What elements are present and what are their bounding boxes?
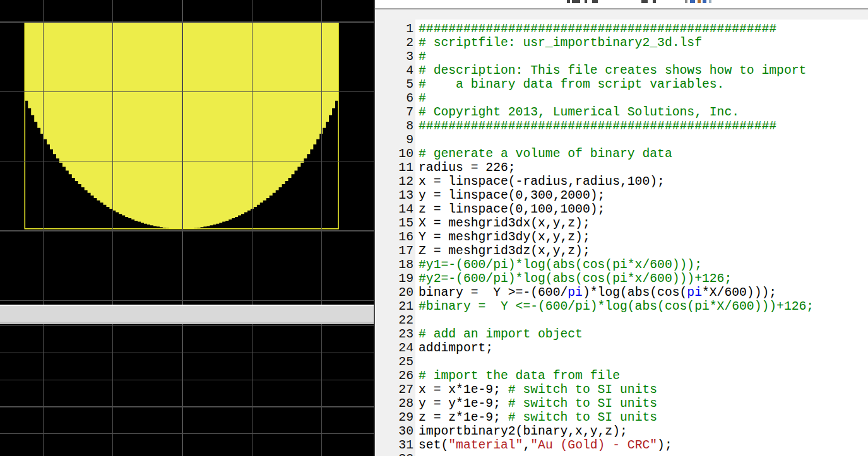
code-line[interactable]: 25 bbox=[375, 355, 868, 369]
line-text: y = y*1e-9; # switch to SI units bbox=[419, 397, 657, 411]
line-number: 9 bbox=[375, 133, 413, 147]
comment-token: # switch to SI units bbox=[508, 383, 657, 397]
code-editor[interactable]: 1#######################################… bbox=[375, 22, 868, 456]
code-line[interactable]: 28y = y*1e-9; # switch to SI units bbox=[375, 397, 868, 411]
view-splitter[interactable] bbox=[0, 305, 374, 324]
comment-token: # Copyright 2013, Lumerical Solutions, I… bbox=[419, 105, 739, 119]
line-text: #binary = Y <=-(600/pi)*log(abs(cos(pi*X… bbox=[419, 300, 814, 313]
line-text: ########################################… bbox=[419, 119, 776, 133]
cad-viewport-area bbox=[0, 0, 374, 456]
code-line[interactable]: 26# import the data from file bbox=[375, 369, 868, 383]
comment-token: # add an import object bbox=[419, 327, 583, 341]
code-line[interactable]: 8#######################################… bbox=[375, 119, 868, 133]
line-number: 25 bbox=[375, 355, 413, 369]
code-token: z = linspace(0,100,1000); bbox=[419, 202, 605, 216]
code-line[interactable]: 9 bbox=[375, 133, 868, 147]
line-number: 24 bbox=[375, 341, 413, 355]
comment-token: # bbox=[419, 91, 426, 105]
clipped-icon-fragment bbox=[653, 0, 656, 3]
line-text: x = x*1e-9; # switch to SI units bbox=[419, 383, 657, 397]
string-token: "material" bbox=[448, 438, 523, 452]
comment-token: # description: This file creates shows h… bbox=[419, 64, 806, 78]
cad-view-top[interactable] bbox=[0, 0, 374, 305]
line-text: # import the data from file bbox=[419, 369, 620, 383]
line-text: #y1=-(600/pi)*log(abs(cos(pi*x/600))); bbox=[419, 258, 702, 272]
keyword-token: pi bbox=[568, 286, 583, 300]
script-editor-panel: 1#######################################… bbox=[375, 0, 868, 456]
code-line[interactable]: 27x = x*1e-9; # switch to SI units bbox=[375, 383, 868, 397]
comment-token: # switch to SI units bbox=[508, 411, 657, 424]
code-line[interactable]: 15X = meshgrid3dx(x,y,z); bbox=[375, 216, 868, 230]
code-token: X = meshgrid3dx(x,y,z); bbox=[419, 216, 590, 230]
line-text: y = linspace(0,300,2000); bbox=[419, 189, 605, 202]
code-line[interactable]: 19#y2=-(600/pi)*log(abs(cos(pi*x/600)))+… bbox=[375, 272, 868, 286]
code-token: x = linspace(-radius,radius,100); bbox=[419, 175, 665, 189]
line-number: 3 bbox=[375, 50, 413, 64]
clipped-icon-fragment bbox=[585, 0, 587, 3]
code-line[interactable]: 16Y = meshgrid3dy(x,y,z); bbox=[375, 230, 868, 244]
line-text: # scriptfile: usr_importbinary2_3d.lsf bbox=[419, 36, 702, 50]
keyword-token: pi bbox=[687, 286, 702, 300]
code-token: , bbox=[523, 438, 530, 452]
line-number: 16 bbox=[375, 230, 413, 244]
line-text: # bbox=[419, 50, 426, 64]
editor-header-strip bbox=[375, 9, 868, 20]
code-line[interactable]: 4# description: This file creates shows … bbox=[375, 64, 868, 78]
code-token: radius = 226; bbox=[419, 161, 516, 175]
line-number: 26 bbox=[375, 369, 413, 383]
code-line[interactable]: 18#y1=-(600/pi)*log(abs(cos(pi*x/600))); bbox=[375, 258, 868, 272]
code-line[interactable]: 14z = linspace(0,100,1000); bbox=[375, 202, 868, 216]
code-line[interactable]: 13y = linspace(0,300,2000); bbox=[375, 189, 868, 202]
comment-token: # switch to SI units bbox=[508, 397, 657, 411]
code-token: ); bbox=[657, 438, 672, 452]
line-text: # Copyright 2013, Lumerical Solutions, I… bbox=[419, 105, 739, 119]
code-line[interactable]: 23# add an import object bbox=[375, 327, 868, 341]
code-line[interactable]: 22 bbox=[375, 313, 868, 327]
line-text: z = z*1e-9; # switch to SI units bbox=[419, 411, 657, 424]
line-text: # add an import object bbox=[419, 327, 583, 341]
code-line[interactable]: 12x = linspace(-radius,radius,100); bbox=[375, 175, 868, 189]
code-line[interactable]: 1#######################################… bbox=[375, 22, 868, 36]
clipped-icon-fragment bbox=[703, 0, 706, 3]
line-number: 15 bbox=[375, 216, 413, 230]
code-line[interactable]: 3# bbox=[375, 50, 868, 64]
line-number: 14 bbox=[375, 202, 413, 216]
code-line[interactable]: 29z = z*1e-9; # switch to SI units bbox=[375, 411, 868, 424]
line-text: set("material","Au (Gold) - CRC"); bbox=[419, 438, 672, 452]
line-text: Z = meshgrid3dz(x,y,z); bbox=[419, 244, 590, 258]
cad-view-bottom[interactable] bbox=[0, 324, 374, 456]
line-number: 18 bbox=[375, 258, 413, 272]
code-line[interactable]: 24addimport; bbox=[375, 341, 868, 355]
code-line[interactable]: 32 bbox=[375, 452, 868, 456]
line-number: 7 bbox=[375, 105, 413, 119]
code-line[interactable]: 11radius = 226; bbox=[375, 161, 868, 175]
line-number: 31 bbox=[375, 438, 413, 452]
line-number: 23 bbox=[375, 327, 413, 341]
comment-token: # bbox=[419, 50, 426, 64]
code-token: addimport; bbox=[419, 341, 493, 355]
clipped-icon-fragment bbox=[690, 0, 695, 3]
code-line[interactable]: 20binary = Y >=-(600/pi)*log(abs(cos(pi*… bbox=[375, 286, 868, 300]
line-text: X = meshgrid3dx(x,y,z); bbox=[419, 216, 590, 230]
code-token: *X/600))); bbox=[702, 286, 776, 300]
code-token: x = x*1e-9; bbox=[419, 383, 508, 397]
line-text: # bbox=[419, 91, 426, 105]
import-object-fill[interactable] bbox=[25, 22, 338, 229]
comment-token: # generate a volume of binary data bbox=[419, 147, 672, 161]
code-line[interactable]: 30importbinary2(binary,x,y,z); bbox=[375, 424, 868, 438]
line-text: Y = meshgrid3dy(x,y,z); bbox=[419, 230, 590, 244]
comment-token: ########################################… bbox=[419, 119, 776, 133]
code-line[interactable]: 10# generate a volume of binary data bbox=[375, 147, 868, 161]
code-line[interactable]: 17Z = meshgrid3dz(x,y,z); bbox=[375, 244, 868, 258]
clipped-toolbar bbox=[375, 0, 868, 8]
code-line[interactable]: 6# bbox=[375, 91, 868, 105]
code-token: y = linspace(0,300,2000); bbox=[419, 189, 605, 202]
line-number: 1 bbox=[375, 22, 413, 36]
code-line[interactable]: 21#binary = Y <=-(600/pi)*log(abs(cos(pi… bbox=[375, 300, 868, 313]
code-line[interactable]: 2# scriptfile: usr_importbinary2_3d.lsf bbox=[375, 36, 868, 50]
code-line[interactable]: 31set("material","Au (Gold) - CRC"); bbox=[375, 438, 868, 452]
line-number: 2 bbox=[375, 36, 413, 50]
comment-token: #y1=-(600/pi)*log(abs(cos(pi*x/600))); bbox=[419, 258, 702, 272]
code-line[interactable]: 7# Copyright 2013, Lumerical Solutions, … bbox=[375, 105, 868, 119]
code-line[interactable]: 5# a binary data from script variables. bbox=[375, 78, 868, 91]
